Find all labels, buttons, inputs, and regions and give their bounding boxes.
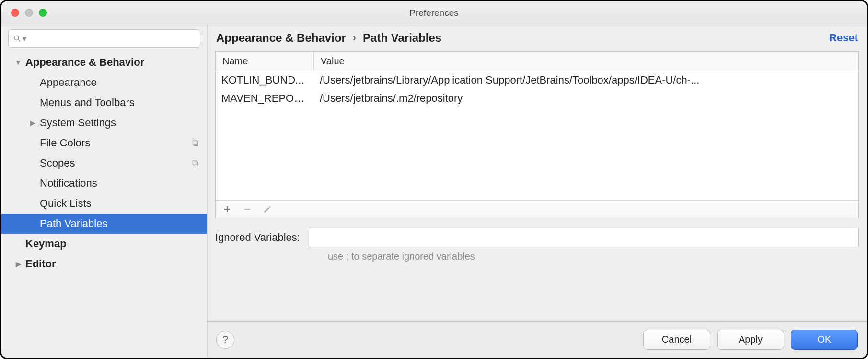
ignored-variables-input[interactable] (309, 228, 859, 247)
sidebar-item-scopes[interactable]: Scopes⧉ (1, 153, 207, 173)
copy-icon: ⧉ (192, 138, 198, 148)
ok-button[interactable]: OK (791, 330, 858, 350)
apply-button[interactable]: Apply (717, 330, 784, 350)
window-title: Preferences (1, 8, 867, 18)
table-body: KOTLIN_BUND.../Users/jetbrains/Library/A… (216, 71, 858, 200)
sidebar-item-label: Scopes (40, 157, 192, 169)
sidebar-item-label: Appearance (40, 76, 201, 89)
sidebar-item-editor[interactable]: Editor (1, 254, 207, 274)
reset-link[interactable]: Reset (829, 32, 858, 44)
cell-value: /Users/jetbrains/Library/Application Sup… (314, 71, 858, 89)
ignored-variables-label: Ignored Variables: (215, 231, 300, 244)
content-area: Appearance & Behavior › Path Variables R… (208, 24, 867, 358)
table-row[interactable]: MAVEN_REPOS.../Users/jetbrains/.m2/repos… (216, 89, 858, 108)
sidebar-item-quick-lists[interactable]: Quick Lists (1, 193, 207, 214)
sidebar-item-label: Menus and Toolbars (40, 96, 201, 109)
sidebar-item-keymap[interactable]: Keymap (1, 234, 207, 254)
preferences-window: Preferences ▾ Appearance & BehaviorAppea… (0, 0, 868, 359)
sidebar-item-appearance-behavior[interactable]: Appearance & Behavior (1, 52, 207, 72)
titlebar: Preferences (1, 1, 867, 24)
sidebar-item-file-colors[interactable]: File Colors⧉ (1, 133, 207, 153)
ignored-variables-hint: use ; to separate ignored variables (328, 251, 475, 262)
cancel-button[interactable]: Cancel (643, 330, 710, 350)
sidebar-item-label: Path Variables (40, 217, 201, 230)
table-row[interactable]: KOTLIN_BUND.../Users/jetbrains/Library/A… (216, 71, 858, 89)
svg-point-0 (14, 36, 19, 40)
copy-icon: ⧉ (192, 158, 198, 168)
tree-arrow-icon (14, 59, 23, 66)
cell-value: /Users/jetbrains/.m2/repository (314, 89, 858, 108)
sidebar-item-label: Keymap (25, 238, 201, 250)
sidebar: ▾ Appearance & BehaviorAppearanceMenus a… (1, 24, 208, 358)
sidebar-item-label: Editor (25, 258, 201, 270)
help-button[interactable]: ? (216, 331, 234, 349)
sidebar-item-appearance[interactable]: Appearance (1, 72, 207, 93)
tree-arrow-icon (28, 119, 37, 127)
sidebar-item-system-settings[interactable]: System Settings (1, 113, 207, 133)
breadcrumb-leaf: Path Variables (363, 31, 441, 45)
ignored-variables-row: Ignored Variables: (215, 228, 859, 247)
cell-name: MAVEN_REPOS... (216, 89, 314, 108)
table-toolbar (216, 200, 858, 218)
sidebar-item-label: File Colors (40, 137, 192, 149)
sidebar-item-label: System Settings (40, 117, 201, 129)
search-icon: ▾ (13, 34, 26, 43)
column-header-name[interactable]: Name (216, 52, 314, 71)
edit-button[interactable] (263, 204, 272, 214)
path-variables-table: Name Value KOTLIN_BUND.../Users/jetbrain… (215, 51, 859, 218)
sidebar-item-label: Notifications (40, 177, 201, 190)
sidebar-item-menus-and-toolbars[interactable]: Menus and Toolbars (1, 93, 207, 113)
main-layout: ▾ Appearance & BehaviorAppearanceMenus a… (1, 24, 867, 358)
settings-tree[interactable]: Appearance & BehaviorAppearanceMenus and… (1, 52, 207, 358)
sidebar-item-label: Quick Lists (40, 197, 201, 210)
cell-name: KOTLIN_BUND... (216, 71, 314, 89)
remove-button[interactable] (243, 204, 252, 214)
column-header-value[interactable]: Value (314, 52, 858, 71)
add-button[interactable] (222, 204, 232, 214)
breadcrumb-separator: › (353, 32, 356, 44)
tree-arrow-icon (14, 260, 23, 268)
sidebar-item-notifications[interactable]: Notifications (1, 173, 207, 193)
search-input[interactable] (8, 29, 200, 48)
breadcrumb: Appearance & Behavior › Path Variables R… (208, 24, 867, 49)
table-header: Name Value (216, 52, 858, 71)
sidebar-item-label: Appearance & Behavior (25, 56, 201, 69)
breadcrumb-root: Appearance & Behavior (216, 31, 346, 45)
svg-line-1 (18, 39, 20, 41)
dialog-footer: ? Cancel Apply OK (208, 321, 867, 358)
sidebar-item-path-variables[interactable]: Path Variables (1, 214, 207, 234)
